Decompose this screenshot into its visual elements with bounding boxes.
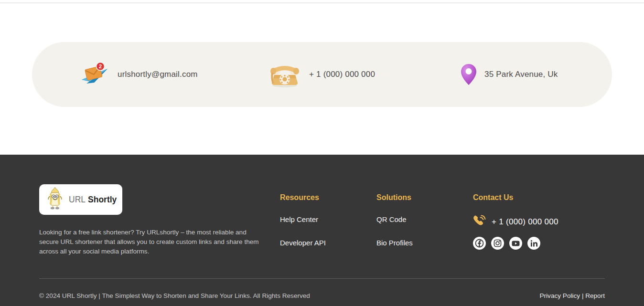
footer-column-contact: Contact Us + 1 (000) 000 000 bbox=[473, 184, 605, 250]
top-divider bbox=[0, 2, 644, 3]
footer-bottom-row: © 2024 URL Shortly | The Simplest Way to… bbox=[39, 292, 605, 299]
contact-email-text[interactable]: urlshortly@gmail.com bbox=[118, 70, 198, 79]
site-footer: URLShortly Looking for a free link short… bbox=[0, 155, 644, 306]
contact-phone-item[interactable]: + 1 (000) 000 000 bbox=[268, 61, 375, 88]
footer-divider bbox=[39, 278, 605, 279]
footer-column-resources: Resources Help Center Developer API bbox=[280, 184, 376, 261]
link-qr-code[interactable]: QR Code bbox=[376, 214, 473, 225]
facebook-icon[interactable] bbox=[473, 237, 486, 250]
social-icons-row bbox=[473, 237, 605, 250]
svg-text:2: 2 bbox=[99, 63, 102, 69]
youtube-icon[interactable] bbox=[509, 237, 522, 250]
link-help-center[interactable]: Help Center bbox=[280, 214, 376, 225]
footer-phone-number[interactable]: + 1 (000) 000 000 bbox=[492, 217, 558, 227]
contact-address-text[interactable]: 35 Park Avenue, Uk bbox=[484, 70, 558, 79]
instagram-icon[interactable] bbox=[491, 237, 504, 250]
brand-description: Looking for a free link shortener? Try U… bbox=[39, 228, 264, 256]
footer-main-row: URLShortly Looking for a free link short… bbox=[39, 184, 605, 261]
contact-phone-text[interactable]: + 1 (000) 000 000 bbox=[309, 70, 375, 79]
contact-address-item[interactable]: 35 Park Avenue, Uk bbox=[460, 63, 558, 86]
footer-column-solutions: Solutions QR Code Bio Profiles bbox=[376, 184, 473, 261]
brand-name: URLShortly bbox=[69, 195, 117, 205]
email-plane-icon: 2 bbox=[79, 61, 110, 88]
linkedin-icon[interactable] bbox=[527, 237, 540, 250]
contact-info-bar: 2 urlshortly@gmail.com bbox=[32, 42, 612, 107]
ringing-phone-icon bbox=[473, 214, 486, 230]
legal-links[interactable]: Privacy Policy | Report bbox=[540, 292, 605, 299]
footer-brand-column: URLShortly Looking for a free link short… bbox=[39, 184, 264, 256]
link-developer-api[interactable]: Developer API bbox=[280, 238, 376, 248]
resources-heading: Resources bbox=[280, 192, 376, 203]
brand-logo[interactable]: URLShortly bbox=[39, 184, 122, 215]
location-pin-icon bbox=[460, 63, 477, 86]
contact-email-item[interactable]: 2 urlshortly@gmail.com bbox=[79, 61, 198, 88]
contact-us-heading: Contact Us bbox=[473, 192, 605, 203]
copyright-text: © 2024 URL Shortly | The Simplest Way to… bbox=[39, 292, 310, 299]
solutions-heading: Solutions bbox=[376, 192, 473, 203]
footer-phone-row[interactable]: + 1 (000) 000 000 bbox=[473, 214, 605, 230]
mascot-icon bbox=[45, 186, 65, 213]
link-bio-profiles[interactable]: Bio Profiles bbox=[376, 238, 473, 248]
rotary-phone-icon bbox=[268, 61, 302, 88]
